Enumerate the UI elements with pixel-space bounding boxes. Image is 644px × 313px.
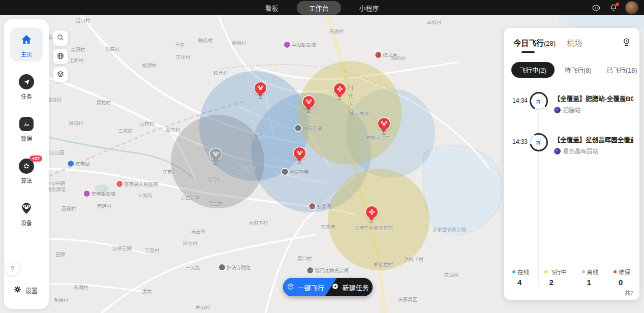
webcam-icon[interactable]: [622, 37, 631, 47]
paper-plane-icon: [19, 74, 34, 89]
map-search-button[interactable]: [53, 30, 68, 46]
stat-offline: 离线 1: [582, 268, 599, 287]
tab-dashboard[interactable]: 看板: [260, 1, 283, 15]
map-poi: 魁星阁: [309, 203, 331, 210]
map-label: 天涵村: [329, 27, 344, 35]
assistant-robot-icon[interactable]: [591, 3, 601, 13]
sidebar-item-label: 主页: [21, 50, 32, 58]
map-label: 瑞岩村: [208, 200, 223, 207]
tab-today-flights[interactable]: 今日飞行 (28): [513, 37, 556, 53]
sidebar-item-label: 算法: [21, 176, 32, 184]
map-label: 仲山村: [196, 303, 210, 310]
map-label: 龙港东星商务宾馆: [354, 224, 393, 231]
tab-miniprogram[interactable]: 小程序: [354, 1, 384, 15]
subtab-waiting[interactable]: 待飞行(8): [560, 62, 597, 78]
flight-progress-ring: ✈: [530, 133, 548, 151]
map-label: 崇家岙农家小院: [433, 226, 467, 233]
map-label: 联南村: [198, 37, 213, 44]
globe-icon: [56, 52, 65, 61]
sidebar-item-data[interactable]: 数据: [10, 112, 43, 146]
fly-launch-icon: [287, 283, 294, 292]
map-marker-drone[interactable]: [255, 82, 266, 94]
stat-label: 飞行中: [549, 268, 567, 276]
notification-dot: [616, 3, 619, 6]
station-name: 肥膳站: [563, 106, 581, 114]
map-label: 毛徐村: [54, 296, 69, 303]
map-label: 三叉路: [186, 264, 200, 271]
sidebar-item-devices[interactable]: 设备: [10, 196, 43, 230]
map-label: 洪岭下村: [404, 256, 423, 263]
sidebar-item-tasks[interactable]: 任务: [10, 70, 43, 104]
map-marker-drone[interactable]: [294, 147, 305, 159]
map-poi: 汤泉禅寺: [282, 168, 309, 175]
gear-icon: [13, 285, 22, 296]
topbar-actions: [591, 0, 638, 15]
plane-icon: ✈: [534, 137, 544, 147]
map-poi: 苍南银泰城: [84, 190, 116, 197]
settings-label: 设置: [25, 286, 38, 295]
home-icon: [19, 32, 34, 47]
one-key-fly-button[interactable]: 一键飞行: [283, 278, 328, 296]
coverage-circle: [328, 169, 430, 270]
poi-label: 樟义台: [383, 51, 397, 58]
map-label: 乌石岭: [191, 228, 206, 235]
subtab-flying[interactable]: 飞行中(2): [511, 62, 555, 78]
flight-item[interactable]: 14:34 ✈ 【全覆盖】肥膳站-全覆盖B06 肥膳站: [504, 86, 639, 120]
poi-label: 苍南银泰城: [91, 190, 116, 197]
tab-workbench[interactable]: 工作台: [296, 1, 341, 15]
help-button[interactable]: ?: [6, 262, 19, 275]
flight-time: 14:34: [512, 97, 530, 104]
poi-label: 魁星阁: [317, 203, 331, 210]
plus-icon: [331, 283, 339, 292]
stat-flying: 飞行中 2: [544, 268, 567, 287]
map-poi: 苍南县人民医院: [116, 180, 158, 187]
map-marker-prop[interactable]: [334, 83, 346, 95]
flight-time: 14:33: [512, 138, 530, 145]
sidebar-item-algorithms[interactable]: +27 算法: [10, 154, 43, 188]
user-avatar[interactable]: [626, 2, 638, 14]
flight-filter-tabs: 飞行中(2) 待飞行(8) 已飞行(18): [511, 62, 639, 78]
notifications-bell-icon[interactable]: [609, 4, 618, 12]
active-tab-underline: [522, 51, 535, 53]
poi-icon: [282, 169, 288, 175]
poi-icon: [219, 264, 225, 270]
map-label: 丁岙村: [145, 246, 160, 254]
timeline-line: [538, 93, 539, 286]
stat-value: 1: [587, 278, 599, 287]
stat-label: 离线: [587, 268, 599, 276]
poi-icon: [295, 125, 301, 131]
map-layers-button[interactable]: [53, 67, 68, 82]
tab-count: (28): [544, 40, 556, 47]
map-marker-drone[interactable]: [210, 148, 222, 160]
map-label: 元店村: [97, 202, 112, 209]
map-poi: 樟义台: [375, 51, 397, 58]
map-label: 凤阳村: [69, 119, 83, 127]
map-marker-prop[interactable]: [366, 206, 378, 218]
poi-label: 护法寺时路: [227, 264, 251, 271]
sidebar: 主页 任务 数据 +27 算法 设备 ? 设置: [4, 19, 49, 309]
poi-icon: [84, 191, 90, 197]
map-label: 桃源村: [142, 61, 157, 69]
new-task-label: 新建任务: [342, 283, 369, 292]
flight-title: 【全覆盖】星创晶晖园全覆盖航线...: [554, 135, 633, 144]
map-marker-drone[interactable]: [303, 96, 315, 108]
poi-icon: [116, 181, 122, 187]
subtab-finished[interactable]: 已飞行(18): [602, 62, 642, 78]
image-data-icon: [19, 116, 34, 132]
flight-item[interactable]: 14:33 ✈ 【全覆盖】星创晶晖园全覆盖航线... 星创晶晖园站: [504, 127, 639, 161]
map-label: 虎坑: [142, 288, 151, 295]
stat-label: 在线: [517, 268, 529, 276]
new-task-button[interactable]: 新建任务: [328, 278, 373, 296]
device-stats: 在线 4 飞行中 2 离线 1 维保 0: [512, 268, 630, 287]
sidebar-item-home[interactable]: 主页: [10, 27, 43, 61]
map-label: 湖庄村: [166, 126, 180, 133]
tab-airport[interactable]: 机场: [567, 37, 582, 48]
stat-online: 在线 4: [512, 268, 529, 287]
map-globe-button[interactable]: [53, 49, 68, 64]
map-marker-drone[interactable]: [378, 118, 390, 130]
settings-button[interactable]: 设置: [13, 285, 38, 296]
map-label: 公婆石脚: [112, 244, 132, 252]
map-label: 山门头: [206, 176, 221, 183]
map-poi: 平阳银泰城: [284, 41, 316, 48]
map-label: 三房内: [138, 192, 152, 199]
